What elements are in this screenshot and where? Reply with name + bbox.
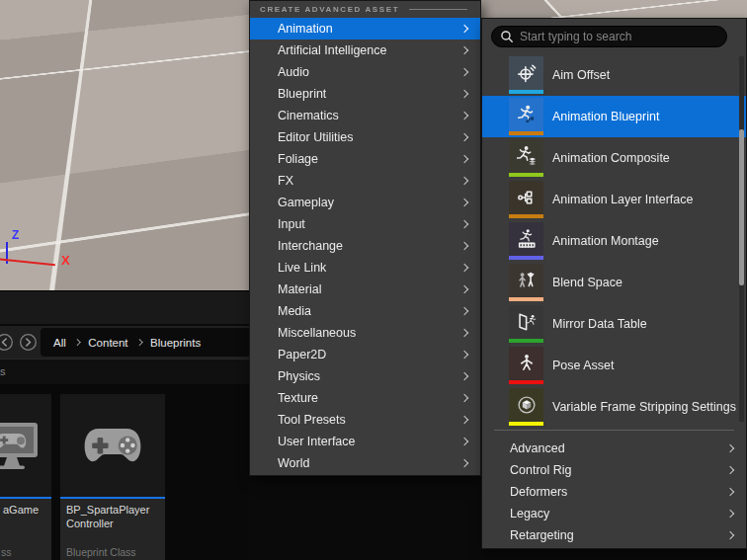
- submenu-item-control-rig[interactable]: Control Rig: [482, 459, 746, 481]
- chevron-right-icon: [460, 133, 468, 141]
- asset-thumbnail: [0, 394, 51, 497]
- chevron-right-icon: [726, 488, 734, 496]
- chevron-right-icon: [460, 155, 468, 163]
- menu-item-fx[interactable]: FX: [250, 170, 480, 192]
- menu-item-user-interface[interactable]: User Interface: [250, 431, 480, 452]
- asset-item-animation-blueprint[interactable]: Animation Blueprint: [482, 96, 746, 137]
- asset-color-bar: [509, 297, 543, 301]
- menu-item-paper2d[interactable]: Paper2D: [250, 344, 480, 365]
- menu-item-physics[interactable]: Physics: [250, 365, 480, 387]
- content-browser-nav: All Content Blueprints: [0, 326, 249, 359]
- menu-item-texture[interactable]: Texture: [250, 387, 480, 409]
- asset-item-variable-frame-stripping-settings[interactable]: Variable Frame Stripping Settings: [482, 386, 746, 428]
- menu-item-live-link[interactable]: Live Link: [250, 257, 480, 279]
- asset-color-bar: [509, 90, 543, 94]
- menu-item-animation[interactable]: Animation: [250, 18, 480, 40]
- back-arrow-icon: [0, 333, 14, 352]
- chevron-right-icon: [460, 264, 468, 272]
- submenu-item-legacy[interactable]: Legacy: [482, 503, 746, 524]
- blend-space-icon: [516, 270, 538, 291]
- asset-item-animation-layer-interface[interactable]: Animation Layer Interface: [482, 179, 746, 220]
- asset-color-bar: [509, 380, 543, 384]
- chevron-right-icon: [460, 68, 468, 76]
- menu-item-world[interactable]: World: [250, 452, 480, 474]
- forward-button[interactable]: [19, 333, 38, 352]
- back-button[interactable]: [0, 333, 14, 352]
- chevron-right-icon: [726, 444, 734, 452]
- chevron-right-icon: [460, 285, 468, 293]
- chevron-right-icon: [726, 466, 734, 474]
- breadcrumb-all[interactable]: All: [53, 337, 66, 349]
- gizmo-x-label: X: [61, 253, 70, 268]
- breadcrumb-blueprints[interactable]: Blueprints: [150, 337, 201, 349]
- content-browser-filter-row: s: [0, 359, 249, 384]
- menu-item-media[interactable]: Media: [250, 300, 480, 322]
- submenu-category-list: Advanced Control Rig Deformers Legacy Re…: [482, 438, 746, 546]
- chevron-right-icon: [460, 438, 468, 445]
- submenu-item-advanced[interactable]: Advanced: [482, 438, 746, 459]
- asset-grid: aGame ss BP_SpartaPlayer Controller Blue…: [0, 384, 249, 560]
- forward-arrow-icon: [19, 333, 38, 352]
- chevron-right-icon: [460, 372, 468, 380]
- asset-color-bar: [509, 214, 543, 218]
- chevron-right-icon: [460, 329, 468, 337]
- breadcrumb-content[interactable]: Content: [88, 337, 127, 349]
- chevron-right-icon: [460, 112, 468, 120]
- menu-item-material[interactable]: Material: [250, 279, 480, 300]
- animation-submenu: Aim Offset Animation Blueprint: [481, 18, 747, 549]
- asset-type: ss: [1, 546, 12, 558]
- chevron-right-icon: [460, 459, 468, 467]
- chevron-right-icon: [136, 339, 142, 345]
- search-icon: [500, 30, 514, 43]
- menu-item-tool-presets[interactable]: Tool Presets: [250, 409, 480, 431]
- menu-item-input[interactable]: Input: [250, 213, 480, 235]
- chevron-right-icon: [460, 177, 468, 185]
- asset-thumbnail: [60, 394, 165, 497]
- submenu-item-deformers[interactable]: Deformers: [482, 481, 746, 503]
- gamepad-icon: [79, 424, 146, 467]
- variable-frame-stripping-icon: [516, 394, 538, 416]
- chevron-right-icon: [460, 242, 468, 250]
- asset-item-animation-montage[interactable]: Animation Montage: [482, 220, 746, 262]
- search-input[interactable]: [520, 30, 698, 43]
- pose-asset-icon: [516, 353, 538, 374]
- menu-item-interchange[interactable]: Interchange: [250, 235, 480, 257]
- chevron-right-icon: [460, 25, 468, 33]
- mirror-data-table-icon: [516, 311, 538, 333]
- animation-blueprint-icon: [516, 104, 538, 125]
- chevron-right-icon: [74, 339, 80, 345]
- header-rule: [409, 9, 467, 10]
- menu-item-blueprint[interactable]: Blueprint: [250, 83, 480, 105]
- menu-item-audio[interactable]: Audio: [250, 61, 480, 83]
- chevron-right-icon: [726, 510, 734, 518]
- menu-item-artificial-intelligence[interactable]: Artificial Intelligence: [250, 40, 480, 61]
- menu-item-gameplay[interactable]: Gameplay: [250, 192, 480, 213]
- clipped-text-fragment: s: [0, 365, 6, 377]
- asset-tile-sparta-player-controller[interactable]: BP_SpartaPlayer Controller Blueprint Cla…: [60, 394, 165, 560]
- scrollbar-thumb[interactable]: [739, 129, 744, 285]
- aim-offset-icon: [516, 62, 538, 84]
- menu-item-foliage[interactable]: Foliage: [250, 148, 480, 170]
- asset-type: Blueprint Class: [66, 546, 136, 558]
- asset-tile-sparta-game[interactable]: aGame ss: [0, 394, 51, 560]
- menu-item-cinematics[interactable]: Cinematics: [250, 105, 480, 126]
- asset-item-animation-composite[interactable]: Animation Composite: [482, 137, 746, 179]
- animation-montage-icon: [516, 228, 538, 250]
- animation-composite-icon: [516, 145, 538, 167]
- asset-color-bar: [509, 256, 543, 260]
- menu-item-editor-utilities[interactable]: Editor Utilities: [250, 126, 480, 148]
- asset-color-bar: [509, 173, 543, 177]
- asset-item-blend-space[interactable]: Blend Space: [482, 262, 746, 303]
- menu-item-miscellaneous[interactable]: Miscellaneous: [250, 322, 480, 344]
- menu-section-header: CREATE ADVANCED ASSET: [250, 1, 480, 18]
- asset-name: aGame: [0, 499, 51, 517]
- asset-item-aim-offset[interactable]: Aim Offset: [482, 54, 746, 96]
- search-box[interactable]: [491, 26, 727, 47]
- chevron-right-icon: [460, 46, 468, 54]
- asset-item-mirror-data-table[interactable]: Mirror Data Table: [482, 303, 746, 345]
- submenu-item-retargeting[interactable]: Retargeting: [482, 524, 746, 546]
- asset-item-pose-asset[interactable]: Pose Asset: [482, 345, 746, 386]
- breadcrumb: All Content Blueprints: [41, 328, 249, 357]
- chevron-right-icon: [460, 351, 468, 359]
- monitor-game-icon: [0, 420, 42, 471]
